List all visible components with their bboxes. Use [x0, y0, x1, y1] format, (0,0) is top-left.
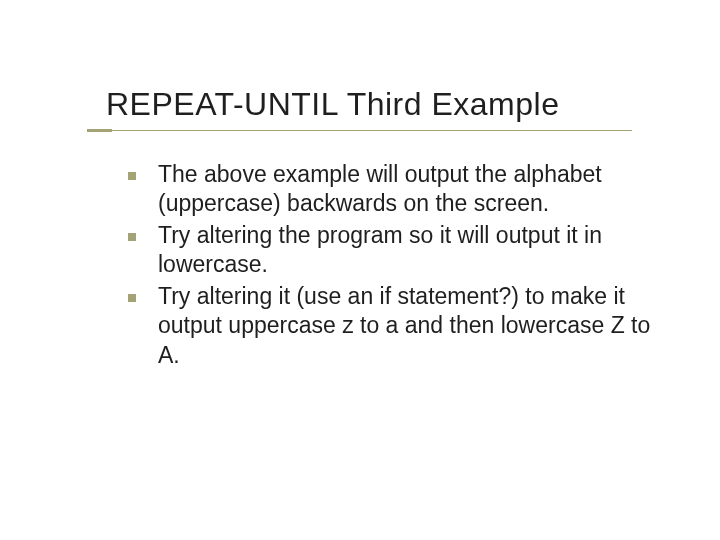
square-bullet-icon — [128, 294, 136, 302]
list-item: Try altering the program so it will outp… — [128, 221, 658, 280]
square-bullet-icon — [128, 172, 136, 180]
title-underline — [112, 130, 632, 131]
body-content: The above example will output the alphab… — [128, 160, 658, 372]
slide-title: REPEAT-UNTIL Third Example — [106, 86, 559, 123]
bullet-text: Try altering the program so it will outp… — [158, 221, 658, 280]
bullet-text: Try altering it (use an if statement?) t… — [158, 282, 658, 370]
bullet-text: The above example will output the alphab… — [158, 160, 658, 219]
list-item: The above example will output the alphab… — [128, 160, 658, 219]
title-accent-bar — [87, 129, 112, 132]
title-block: REPEAT-UNTIL Third Example — [106, 86, 559, 123]
square-bullet-icon — [128, 233, 136, 241]
list-item: Try altering it (use an if statement?) t… — [128, 282, 658, 370]
slide: REPEAT-UNTIL Third Example The above exa… — [0, 0, 720, 540]
